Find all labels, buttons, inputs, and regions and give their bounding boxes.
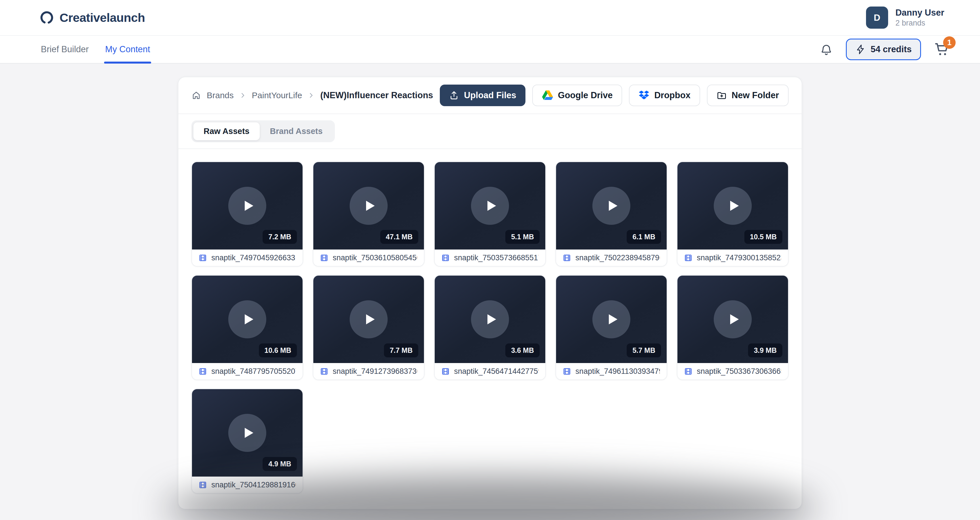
file-card[interactable]: 4.9 MB snaptik_750412988191609... (191, 389, 303, 494)
file-name-bar: snaptik_749704592663313... (192, 249, 302, 266)
play-button[interactable] (592, 300, 630, 338)
file-name-bar: snaptik_747930013585233... (678, 249, 788, 266)
video-thumbnail[interactable]: 4.9 MB (192, 389, 302, 477)
file-card[interactable]: 5.1 MB snaptik_750357366855177... (434, 161, 546, 266)
file-size-badge: 6.1 MB (627, 230, 661, 244)
file-name-bar: snaptik_749127396837302... (313, 363, 424, 380)
chevron-right-icon (308, 92, 315, 99)
video-file-icon (320, 253, 328, 263)
asset-tabs-row: Raw Assets Brand Assets (178, 114, 802, 149)
video-thumbnail[interactable]: 10.6 MB (192, 276, 302, 363)
file-name-bar: snaptik_750223894587962... (556, 249, 667, 266)
play-button[interactable] (471, 187, 509, 225)
video-thumbnail[interactable]: 6.1 MB (556, 162, 667, 249)
play-icon (727, 198, 741, 213)
file-name: snaptik_750361058054509... (332, 254, 417, 262)
main-nav: Brief Builder My Content 54 credits 1 (0, 36, 980, 64)
file-card[interactable]: 10.6 MB snaptik_748779570552070.. (191, 275, 303, 380)
nav-actions: 54 credits 1 (820, 36, 950, 63)
page-content: Brands PaintYourLife (NEW)Influencer Rea… (0, 64, 980, 509)
file-card[interactable]: 7.2 MB snaptik_749704592663313... (191, 161, 303, 266)
video-thumbnail[interactable]: 3.6 MB (435, 276, 545, 363)
brand-logo[interactable]: Creativelaunch (40, 11, 145, 25)
video-file-icon (320, 367, 328, 376)
file-card[interactable]: 7.7 MB snaptik_749127396837302... (313, 275, 425, 380)
play-icon (727, 312, 741, 327)
tab-brand-assets[interactable]: Brand Assets (260, 122, 333, 140)
file-card[interactable]: 47.1 MB snaptik_750361058054509.. (313, 161, 425, 266)
file-size-badge: 10.5 MB (745, 230, 782, 244)
file-card[interactable]: 3.9 MB snaptik_750336730636653... (677, 275, 789, 380)
video-thumbnail[interactable]: 10.5 MB (678, 162, 788, 249)
video-thumbnail[interactable]: 5.7 MB (556, 276, 667, 363)
file-grid: 7.2 MB snaptik_749704592663313... (178, 149, 802, 509)
play-button[interactable] (714, 300, 752, 338)
chevron-right-icon (239, 92, 246, 99)
file-name: snaptik_749611303934796... (575, 367, 660, 376)
nav-tabs: Brief Builder My Content (40, 36, 151, 63)
file-name: snaptik_745647144277595... (454, 367, 538, 376)
dropbox-icon (639, 90, 649, 101)
breadcrumb-brands[interactable]: Brands (207, 91, 234, 100)
content-card: Brands PaintYourLife (NEW)Influencer Rea… (178, 77, 802, 509)
notifications-button[interactable] (820, 43, 833, 56)
notification-bell-icon (820, 43, 833, 56)
video-file-icon (684, 367, 692, 376)
credits-label: 54 credits (870, 44, 912, 54)
play-icon (484, 312, 498, 327)
video-file-icon (199, 480, 207, 490)
file-card[interactable]: 6.1 MB snaptik_750223894587962... (555, 161, 667, 266)
video-thumbnail[interactable]: 7.2 MB (192, 162, 302, 249)
play-button[interactable] (228, 300, 266, 338)
video-thumbnail[interactable]: 3.9 MB (678, 276, 788, 363)
nav-item-brief-builder[interactable]: Brief Builder (40, 36, 90, 63)
new-folder-button[interactable]: New Folder (707, 85, 789, 106)
file-size-badge: 10.6 MB (259, 343, 297, 357)
file-name-bar: snaptik_750412988191609... (192, 477, 302, 493)
video-thumbnail[interactable]: 47.1 MB (313, 162, 424, 249)
avatar[interactable]: D (866, 6, 888, 29)
file-size-badge: 5.7 MB (627, 343, 661, 357)
video-thumbnail[interactable]: 5.1 MB (435, 162, 545, 249)
video-file-icon (684, 253, 692, 263)
file-name: snaptik_750357366855177... (454, 254, 538, 262)
play-button[interactable] (350, 187, 388, 225)
file-card[interactable]: 5.7 MB snaptik_749611303934796... (555, 275, 667, 380)
play-button[interactable] (592, 187, 630, 225)
file-name-bar: snaptik_750361058054509... (313, 249, 424, 266)
google-drive-label: Google Drive (558, 90, 613, 100)
user-menu[interactable]: D Danny User 2 brands (866, 6, 944, 29)
play-icon (484, 198, 498, 213)
google-drive-button[interactable]: Google Drive (532, 85, 622, 106)
file-size-badge: 47.1 MB (380, 230, 418, 244)
cart-count-badge: 1 (943, 36, 956, 49)
play-button[interactable] (350, 300, 388, 338)
play-button[interactable] (471, 300, 509, 338)
video-thumbnail[interactable]: 7.7 MB (313, 276, 424, 363)
credits-button[interactable]: 54 credits (846, 38, 921, 60)
file-name: snaptik_748779570552070... (211, 367, 296, 376)
cart-button[interactable]: 1 (934, 41, 950, 57)
breadcrumb-brand[interactable]: PaintYourLife (252, 91, 302, 100)
file-card[interactable]: 10.5 MB snaptik_747930013585233.. (677, 161, 789, 266)
card-header: Brands PaintYourLife (NEW)Influencer Rea… (178, 77, 802, 114)
new-folder-icon (717, 90, 727, 100)
play-button[interactable] (228, 414, 266, 452)
tab-raw-assets[interactable]: Raw Assets (193, 122, 260, 140)
home-icon[interactable] (191, 91, 201, 100)
file-name-bar: snaptik_749611303934796... (556, 363, 667, 380)
dropbox-button[interactable]: Dropbox (629, 85, 700, 106)
play-button[interactable] (228, 187, 266, 225)
upload-files-label: Upload Files (464, 90, 516, 100)
play-button[interactable] (714, 187, 752, 225)
user-brands-count: 2 brands (896, 19, 944, 27)
upload-files-button[interactable]: Upload Files (440, 85, 525, 106)
file-name-bar: snaptik_745647144277595... (435, 363, 545, 380)
file-name-bar: snaptik_748779570552070... (192, 363, 302, 380)
file-card[interactable]: 3.6 MB snaptik_745647144277595... (434, 275, 546, 380)
nav-item-my-content[interactable]: My Content (104, 36, 151, 63)
top-bar: Creativelaunch D Danny User 2 brands (0, 0, 980, 36)
video-file-icon (563, 367, 571, 376)
video-file-icon (442, 367, 449, 376)
new-folder-label: New Folder (732, 90, 779, 100)
